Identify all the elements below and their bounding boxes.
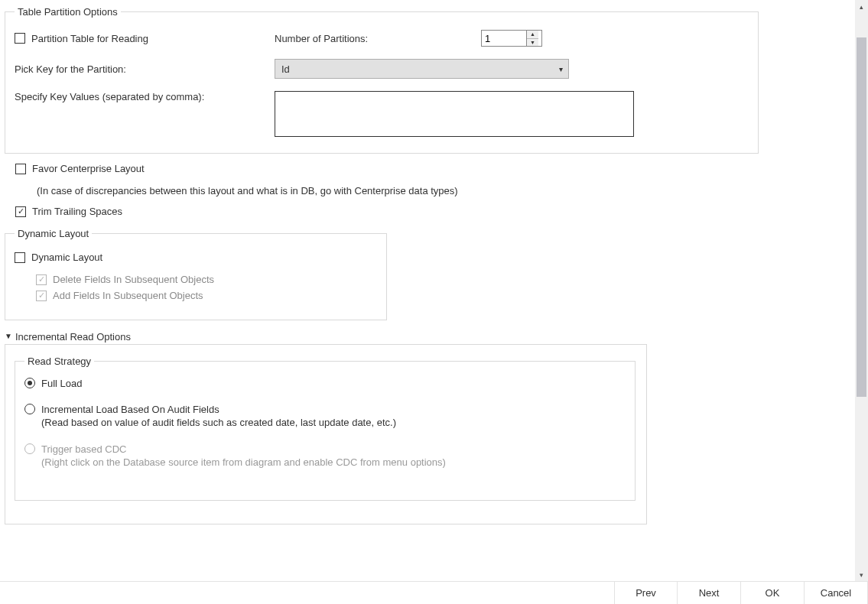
read-strategy-group: Read Strategy Full Load Incremental Load…: [15, 356, 636, 501]
ok-button[interactable]: OK: [741, 582, 805, 604]
trigger-cdc-label: Trigger based CDC: [41, 443, 446, 456]
vertical-scrollbar[interactable]: ▴ ▾: [855, 0, 868, 581]
scrollbar-thumb[interactable]: [857, 37, 866, 397]
favor-centerprise-note: (In case of discrepancies between this l…: [37, 185, 847, 196]
spin-up-icon[interactable]: ▲: [527, 31, 538, 39]
delete-fields-checkbox: [36, 274, 47, 285]
incremental-read-label: Incremental Read Options: [15, 331, 131, 343]
num-partitions-spin-buttons[interactable]: ▲ ▼: [526, 31, 538, 46]
incremental-read-toggle[interactable]: ▼ Incremental Read Options: [5, 331, 131, 343]
full-load-label: Full Load: [41, 378, 82, 391]
dialog-window: Table Partition Options Partition Table …: [0, 0, 868, 604]
trigger-cdc-sub: (Right click on the Database source item…: [41, 456, 446, 469]
dynamic-layout-checkbox[interactable]: [15, 252, 25, 263]
trigger-cdc-radio: [24, 443, 35, 454]
scrollbar-track[interactable]: [855, 13, 868, 568]
spin-down-icon[interactable]: ▼: [527, 39, 538, 47]
cancel-button[interactable]: Cancel: [805, 582, 868, 604]
pick-key-label: Pick Key for the Partition:: [15, 63, 275, 75]
full-load-radio[interactable]: [24, 378, 35, 388]
triangle-down-icon: ▼: [5, 333, 12, 340]
scroll-up-arrow-icon[interactable]: ▴: [855, 0, 868, 13]
dynamic-layout-label: Dynamic Layout: [31, 252, 102, 263]
pick-key-selected-text: Id: [275, 63, 553, 75]
read-strategy-legend: Read Strategy: [24, 356, 94, 367]
incremental-read-group: Read Strategy Full Load Incremental Load…: [5, 344, 647, 524]
favor-centerprise-label: Favor Centerprise Layout: [32, 163, 145, 174]
partition-table-label: Partition Table for Reading: [31, 33, 148, 44]
trim-trailing-checkbox[interactable]: [15, 206, 26, 217]
num-partitions-input[interactable]: [482, 31, 526, 46]
num-partitions-stepper[interactable]: ▲ ▼: [481, 30, 542, 47]
dynamic-layout-legend: Dynamic Layout: [15, 228, 92, 239]
scroll-down-arrow-icon[interactable]: ▾: [855, 568, 868, 581]
incremental-load-sub: (Read based on value of audit fields suc…: [41, 417, 396, 430]
key-values-label: Specify Key Values (separated by comma):: [15, 91, 275, 102]
chevron-down-icon: ▾: [553, 65, 568, 73]
favor-centerprise-checkbox[interactable]: [15, 164, 26, 174]
delete-fields-label: Delete Fields In Subsequent Objects: [53, 274, 214, 285]
add-fields-checkbox: [36, 291, 47, 301]
dialog-button-bar: Prev Next OK Cancel: [0, 581, 868, 604]
incremental-load-label: Incremental Load Based On Audit Fields: [41, 404, 396, 417]
dynamic-layout-group: Dynamic Layout Dynamic Layout Delete Fie…: [5, 228, 387, 320]
key-values-textarea[interactable]: [275, 91, 634, 137]
content-area: Table Partition Options Partition Table …: [0, 0, 855, 581]
table-partition-options-group: Table Partition Options Partition Table …: [5, 6, 759, 154]
table-partition-options-legend: Table Partition Options: [15, 6, 121, 18]
incremental-load-radio[interactable]: [24, 404, 35, 414]
next-button[interactable]: Next: [678, 582, 741, 604]
num-partitions-label: Number of Partitions:: [275, 33, 481, 44]
prev-button[interactable]: Prev: [614, 582, 678, 604]
add-fields-label: Add Fields In Subsequent Objects: [53, 290, 203, 301]
trim-trailing-label: Trim Trailing Spaces: [32, 206, 122, 217]
pick-key-select[interactable]: Id ▾: [275, 59, 569, 79]
partition-table-checkbox[interactable]: [15, 33, 25, 44]
